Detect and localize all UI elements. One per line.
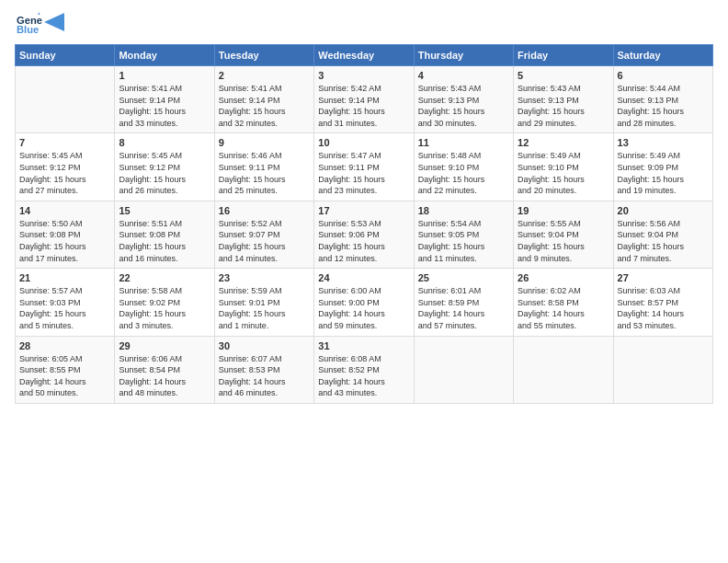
day-number: 16 (219, 205, 310, 216)
cell-content: Sunrise: 5:43 AM Sunset: 9:13 PM Dayligh… (518, 83, 609, 129)
day-number: 13 (618, 137, 709, 148)
day-number: 2 (219, 70, 310, 81)
day-number: 3 (318, 70, 409, 81)
cell-w5-d2: 29Sunrise: 6:06 AM Sunset: 8:54 PM Dayli… (115, 336, 214, 403)
cell-w2-d6: 12Sunrise: 5:49 AM Sunset: 9:10 PM Dayli… (514, 133, 613, 201)
cell-content: Sunrise: 5:46 AM Sunset: 9:11 PM Dayligh… (219, 150, 310, 196)
cell-content: Sunrise: 5:50 AM Sunset: 9:08 PM Dayligh… (19, 218, 110, 264)
day-number: 23 (219, 272, 310, 283)
cell-w1-d2: 1Sunrise: 5:41 AM Sunset: 9:14 PM Daylig… (115, 66, 214, 133)
cell-w1-d1 (16, 66, 115, 133)
cell-content: Sunrise: 5:48 AM Sunset: 9:10 PM Dayligh… (418, 150, 509, 196)
day-number: 31 (318, 340, 409, 351)
day-number: 19 (518, 205, 609, 216)
day-number: 5 (518, 70, 609, 81)
cell-w3-d7: 20Sunrise: 5:56 AM Sunset: 9:04 PM Dayli… (613, 201, 712, 268)
cell-content: Sunrise: 5:53 AM Sunset: 9:06 PM Dayligh… (318, 218, 409, 264)
cell-w3-d3: 16Sunrise: 5:52 AM Sunset: 9:07 PM Dayli… (214, 201, 313, 268)
day-number: 18 (418, 205, 509, 216)
day-number: 29 (119, 340, 210, 351)
cell-w4-d4: 24Sunrise: 6:00 AM Sunset: 9:00 PM Dayli… (314, 269, 414, 336)
day-number: 25 (418, 272, 509, 283)
header-row: SundayMondayTuesdayWednesdayThursdayFrid… (16, 45, 713, 66)
col-header-thursday: Thursday (414, 45, 513, 66)
cell-w1-d5: 4Sunrise: 5:43 AM Sunset: 9:13 PM Daylig… (414, 66, 513, 133)
day-number: 20 (618, 205, 709, 216)
cell-content: Sunrise: 5:45 AM Sunset: 9:12 PM Dayligh… (19, 150, 110, 196)
cell-content: Sunrise: 6:01 AM Sunset: 8:59 PM Dayligh… (418, 285, 509, 331)
cell-content: Sunrise: 5:42 AM Sunset: 9:14 PM Dayligh… (318, 83, 409, 129)
col-header-tuesday: Tuesday (214, 45, 313, 66)
cell-w1-d7: 6Sunrise: 5:44 AM Sunset: 9:13 PM Daylig… (613, 66, 712, 133)
cell-w2-d4: 10Sunrise: 5:47 AM Sunset: 9:11 PM Dayli… (314, 133, 414, 201)
week-row-3: 14Sunrise: 5:50 AM Sunset: 9:08 PM Dayli… (16, 201, 713, 268)
day-number: 7 (19, 137, 110, 148)
cell-content: Sunrise: 5:56 AM Sunset: 9:04 PM Dayligh… (618, 218, 709, 264)
cell-w5-d7 (613, 336, 712, 403)
cell-w1-d6: 5Sunrise: 5:43 AM Sunset: 9:13 PM Daylig… (514, 66, 613, 133)
col-header-wednesday: Wednesday (314, 45, 414, 66)
day-number: 22 (119, 272, 210, 283)
cell-w2-d3: 9Sunrise: 5:46 AM Sunset: 9:11 PM Daylig… (214, 133, 313, 201)
page-container: General Blue SundayMondayTuesdayWednesda… (0, 0, 728, 413)
day-number: 8 (119, 137, 210, 148)
day-number: 30 (219, 340, 310, 351)
cell-content: Sunrise: 6:07 AM Sunset: 8:53 PM Dayligh… (219, 353, 310, 399)
cell-w5-d3: 30Sunrise: 6:07 AM Sunset: 8:53 PM Dayli… (214, 336, 313, 403)
cell-w4-d6: 26Sunrise: 6:02 AM Sunset: 8:58 PM Dayli… (514, 269, 613, 336)
week-row-5: 28Sunrise: 6:05 AM Sunset: 8:55 PM Dayli… (16, 336, 713, 403)
cell-w1-d3: 2Sunrise: 5:41 AM Sunset: 9:14 PM Daylig… (214, 66, 313, 133)
day-number: 12 (518, 137, 609, 148)
day-number: 27 (618, 272, 709, 283)
cell-content: Sunrise: 5:57 AM Sunset: 9:03 PM Dayligh… (19, 285, 110, 331)
day-number: 28 (19, 340, 110, 351)
cell-content: Sunrise: 5:52 AM Sunset: 9:07 PM Dayligh… (219, 218, 310, 264)
cell-w2-d5: 11Sunrise: 5:48 AM Sunset: 9:10 PM Dayli… (414, 133, 513, 201)
col-header-monday: Monday (115, 45, 214, 66)
logo-icon: General Blue (17, 11, 42, 37)
col-header-saturday: Saturday (613, 45, 712, 66)
cell-w5-d6 (514, 336, 613, 403)
cell-w4-d3: 23Sunrise: 5:59 AM Sunset: 9:01 PM Dayli… (214, 269, 313, 336)
week-row-2: 7Sunrise: 5:45 AM Sunset: 9:12 PM Daylig… (16, 133, 713, 201)
cell-content: Sunrise: 5:59 AM Sunset: 9:01 PM Dayligh… (219, 285, 310, 331)
day-number: 11 (418, 137, 509, 148)
cell-w3-d1: 14Sunrise: 5:50 AM Sunset: 9:08 PM Dayli… (16, 201, 115, 268)
cell-content: Sunrise: 5:45 AM Sunset: 9:12 PM Dayligh… (119, 150, 210, 196)
day-number: 24 (318, 272, 409, 283)
cell-content: Sunrise: 5:54 AM Sunset: 9:05 PM Dayligh… (418, 218, 509, 264)
day-number: 17 (318, 205, 409, 216)
cell-w4-d2: 22Sunrise: 5:58 AM Sunset: 9:02 PM Dayli… (115, 269, 214, 336)
header-row: General Blue (15, 11, 713, 40)
day-number: 15 (119, 205, 210, 216)
cell-content: Sunrise: 6:05 AM Sunset: 8:55 PM Dayligh… (19, 353, 110, 399)
cell-content: Sunrise: 5:58 AM Sunset: 9:02 PM Dayligh… (119, 285, 210, 331)
cell-w2-d2: 8Sunrise: 5:45 AM Sunset: 9:12 PM Daylig… (115, 133, 214, 201)
col-header-sunday: Sunday (16, 45, 115, 66)
day-number: 4 (418, 70, 509, 81)
week-row-4: 21Sunrise: 5:57 AM Sunset: 9:03 PM Dayli… (16, 269, 713, 336)
day-number: 26 (518, 272, 609, 283)
logo: General Blue (15, 11, 64, 40)
day-number: 14 (19, 205, 110, 216)
cell-content: Sunrise: 5:49 AM Sunset: 9:10 PM Dayligh… (518, 150, 609, 196)
cell-w3-d2: 15Sunrise: 5:51 AM Sunset: 9:08 PM Dayli… (115, 201, 214, 268)
day-number: 10 (318, 137, 409, 148)
cell-content: Sunrise: 6:03 AM Sunset: 8:57 PM Dayligh… (618, 285, 709, 331)
cell-w5-d5 (414, 336, 513, 403)
col-header-friday: Friday (514, 45, 613, 66)
cell-content: Sunrise: 5:41 AM Sunset: 9:14 PM Dayligh… (219, 83, 310, 129)
cell-content: Sunrise: 5:41 AM Sunset: 9:14 PM Dayligh… (119, 83, 210, 129)
cell-w1-d4: 3Sunrise: 5:42 AM Sunset: 9:14 PM Daylig… (314, 66, 414, 133)
cell-content: Sunrise: 5:43 AM Sunset: 9:13 PM Dayligh… (418, 83, 509, 129)
cell-w4-d7: 27Sunrise: 6:03 AM Sunset: 8:57 PM Dayli… (613, 269, 712, 336)
cell-content: Sunrise: 5:44 AM Sunset: 9:13 PM Dayligh… (618, 83, 709, 129)
day-number: 6 (618, 70, 709, 81)
cell-w5-d1: 28Sunrise: 6:05 AM Sunset: 8:55 PM Dayli… (16, 336, 115, 403)
cell-w5-d4: 31Sunrise: 6:08 AM Sunset: 8:52 PM Dayli… (314, 336, 414, 403)
cell-w2-d7: 13Sunrise: 5:49 AM Sunset: 9:09 PM Dayli… (613, 133, 712, 201)
day-number: 21 (19, 272, 110, 283)
svg-marker-3 (44, 13, 64, 31)
cell-content: Sunrise: 6:02 AM Sunset: 8:58 PM Dayligh… (518, 285, 609, 331)
cell-w4-d5: 25Sunrise: 6:01 AM Sunset: 8:59 PM Dayli… (414, 269, 513, 336)
